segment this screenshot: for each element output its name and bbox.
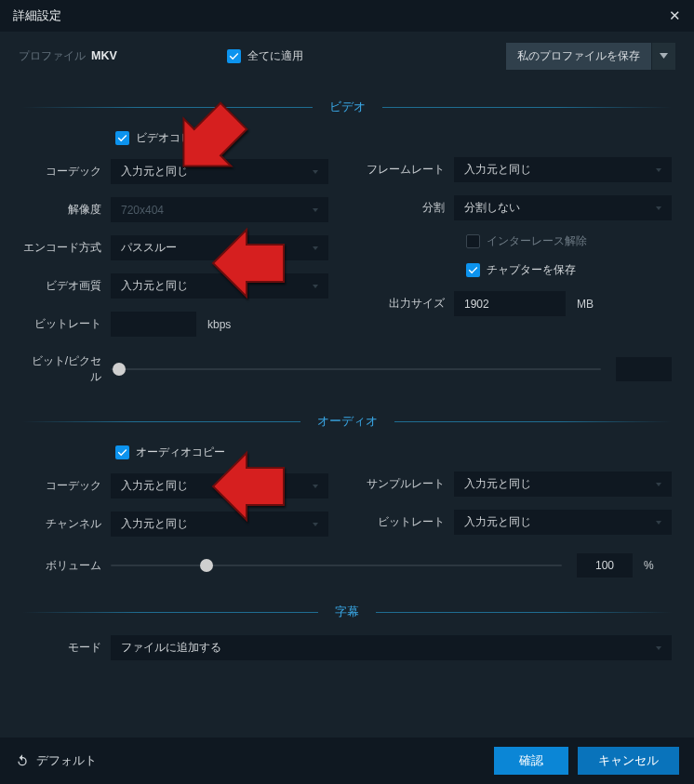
- audio-copy-checkbox[interactable]: オーディオコピー: [115, 445, 328, 460]
- encode-select[interactable]: パススルー: [111, 235, 328, 260]
- resolution-label: 解像度: [22, 202, 111, 218]
- section-audio-header: オーディオ: [22, 413, 672, 430]
- checkbox-icon: [466, 234, 480, 248]
- section-video-header: ビデオ: [22, 99, 672, 115]
- bit-per-pixel-row: ビット/ピクセル: [22, 353, 672, 385]
- video-bitrate-label: ビットレート: [22, 316, 111, 332]
- checkbox-icon: [115, 445, 129, 459]
- subtitle-mode-label: モード: [22, 640, 111, 656]
- slider-thumb[interactable]: [113, 363, 126, 376]
- chevron-down-icon: [656, 646, 661, 650]
- reset-icon: [15, 753, 30, 768]
- chevron-down-icon: [656, 483, 661, 486]
- chevron-down-icon: [656, 168, 661, 172]
- save-chapters-checkbox[interactable]: チャプターを保存: [466, 262, 672, 278]
- dialog-title: 詳細設定: [13, 7, 61, 24]
- video-bitrate-unit: kbps: [207, 318, 235, 331]
- section-subtitle-header: 字幕: [22, 604, 672, 620]
- volume-slider[interactable]: [111, 565, 562, 566]
- apply-all-label: 全てに適用: [247, 48, 303, 64]
- chevron-down-icon: [313, 485, 318, 488]
- checkbox-icon: [466, 263, 480, 277]
- audio-bitrate-label: ビットレート: [366, 514, 454, 530]
- output-size-unit: MB: [577, 298, 605, 311]
- save-profile-button-group: 私のプロファイルを保存: [506, 43, 675, 70]
- audio-bitrate-select[interactable]: 入力元と同じ: [454, 510, 672, 535]
- subtitle-mode-select[interactable]: ファイルに追加する: [111, 635, 672, 660]
- output-size-label: 出力サイズ: [366, 296, 454, 312]
- slider-thumb[interactable]: [200, 559, 213, 572]
- video-copy-checkbox[interactable]: ビデオコピー: [115, 130, 328, 146]
- save-profile-button[interactable]: 私のプロファイルを保存: [506, 43, 651, 70]
- volume-output: 100: [577, 553, 633, 578]
- channel-label: チャンネル: [22, 516, 111, 532]
- audio-codec-label: コーデック: [22, 478, 111, 494]
- chevron-down-icon: [656, 521, 661, 525]
- default-button[interactable]: デフォルト: [15, 753, 97, 769]
- chevron-down-icon: [313, 208, 318, 212]
- deinterlace-label: インターレース解除: [487, 233, 587, 249]
- codec-label: コーデック: [22, 164, 111, 179]
- encode-label: エンコード方式: [22, 240, 111, 256]
- channel-select[interactable]: 入力元と同じ: [111, 512, 328, 537]
- deinterlace-checkbox[interactable]: インターレース解除: [466, 233, 672, 249]
- title-bar: 詳細設定 ✕: [0, 0, 694, 32]
- video-bitrate-input[interactable]: [111, 312, 196, 337]
- chevron-down-icon: [313, 523, 318, 526]
- checkbox-icon: [227, 49, 241, 63]
- quality-select[interactable]: 入力元と同じ: [111, 273, 328, 299]
- profile-name: MKV: [91, 49, 117, 62]
- framerate-select[interactable]: 入力元と同じ: [454, 157, 672, 182]
- quality-label: ビデオ画質: [22, 278, 111, 294]
- framerate-label: フレームレート: [366, 162, 454, 178]
- chevron-down-icon: [313, 246, 318, 250]
- samplerate-label: サンプルレート: [366, 476, 454, 492]
- bit-per-pixel-output: [616, 357, 672, 381]
- top-bar: プロファイル MKV 全てに適用 私のプロファイルを保存: [0, 39, 694, 73]
- footer: デフォルト 確認 キャンセル: [0, 737, 694, 784]
- audio-codec-select[interactable]: 入力元と同じ: [111, 473, 328, 498]
- chevron-down-icon: [313, 170, 318, 174]
- resolution-select[interactable]: 720x404: [111, 197, 328, 222]
- checkbox-icon: [115, 131, 129, 145]
- bit-per-pixel-label: ビット/ピクセル: [22, 353, 111, 385]
- samplerate-select[interactable]: 入力元と同じ: [454, 472, 672, 497]
- output-size-input[interactable]: [454, 291, 566, 316]
- section-audio-title: オーディオ: [300, 413, 394, 430]
- save-chapters-label: チャプターを保存: [487, 262, 576, 278]
- default-button-label: デフォルト: [36, 753, 97, 769]
- save-profile-dropdown[interactable]: [651, 43, 675, 70]
- profile-label: プロファイル: [19, 48, 86, 64]
- volume-row: ボリューム 100 %: [22, 553, 672, 578]
- chevron-down-icon: [656, 206, 661, 210]
- volume-unit: %: [644, 559, 672, 572]
- volume-label: ボリューム: [22, 558, 111, 574]
- apply-all-checkbox[interactable]: 全てに適用: [227, 48, 303, 64]
- audio-copy-label: オーディオコピー: [136, 445, 225, 460]
- ok-button[interactable]: 確認: [494, 747, 568, 775]
- bit-per-pixel-slider[interactable]: [111, 368, 601, 370]
- section-video-title: ビデオ: [313, 99, 382, 115]
- close-icon[interactable]: ✕: [669, 7, 681, 24]
- video-copy-label: ビデオコピー: [136, 130, 203, 146]
- chevron-down-icon: [313, 285, 318, 288]
- video-codec-select[interactable]: 入力元と同じ: [111, 159, 328, 184]
- cancel-button[interactable]: キャンセル: [578, 747, 679, 775]
- split-label: 分割: [366, 200, 454, 216]
- section-subtitle-title: 字幕: [318, 604, 376, 620]
- split-select[interactable]: 分割しない: [454, 195, 672, 220]
